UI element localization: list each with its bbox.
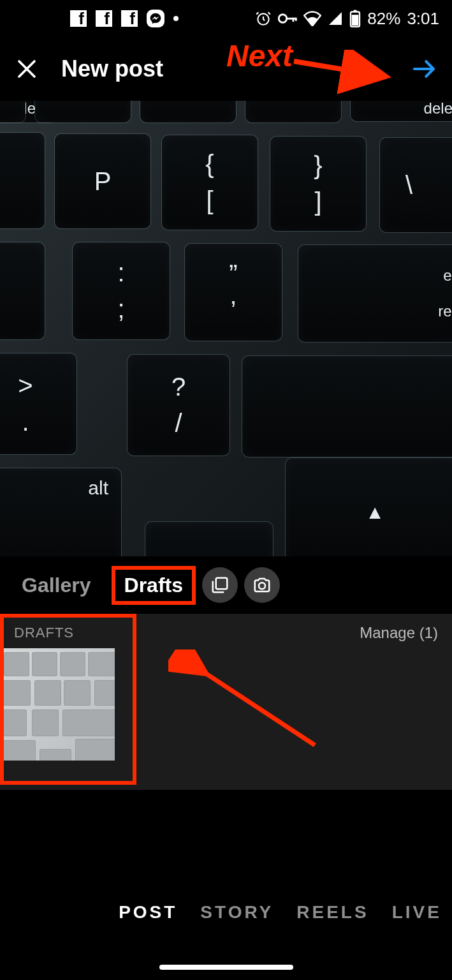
multi-select-button[interactable]: [202, 567, 238, 603]
multi-select-icon: [210, 575, 230, 595]
mode-post[interactable]: POST: [119, 902, 177, 923]
more-notifications-dot: [173, 16, 179, 21]
clock-time: 3:01: [407, 9, 439, 29]
camera-button[interactable]: [244, 567, 280, 603]
facebook-icon: [121, 10, 138, 27]
battery-icon: [349, 10, 361, 27]
alarm-icon: [255, 10, 272, 27]
post-type-selector[interactable]: POST STORY REELS LIVE: [0, 902, 452, 923]
svg-rect-9: [216, 578, 228, 590]
media-preview[interactable]: delete delete P {[ }] \ :; ”’ enterretur…: [0, 101, 452, 556]
home-indicator[interactable]: [159, 965, 293, 970]
manage-drafts-link[interactable]: Manage (1): [360, 624, 438, 642]
close-icon: [15, 57, 38, 80]
mode-story[interactable]: STORY: [200, 902, 273, 923]
page-title: New post: [61, 56, 163, 82]
tab-drafts[interactable]: Drafts: [112, 566, 196, 605]
messenger-icon: [147, 10, 164, 27]
status-right: 82% 3:01: [255, 9, 439, 29]
arrow-right-icon: [411, 56, 437, 82]
svg-rect-2: [286, 18, 296, 20]
draft-thumbnail[interactable]: [0, 648, 115, 761]
status-left-icons: [13, 10, 179, 27]
wifi-icon: [303, 11, 321, 26]
svg-line-11: [203, 672, 315, 745]
tab-gallery[interactable]: Gallery: [13, 570, 100, 601]
close-button[interactable]: [14, 56, 40, 82]
battery-percent: 82%: [367, 9, 400, 29]
mode-live[interactable]: LIVE: [392, 902, 442, 923]
vpn-key-icon: [278, 10, 297, 27]
next-button[interactable]: [410, 55, 438, 83]
annotation-next-label: Next: [226, 38, 293, 73]
svg-line-8: [294, 61, 386, 77]
svg-rect-4: [295, 18, 297, 21]
cellular-signal-icon: [328, 11, 343, 26]
svg-rect-7: [354, 10, 357, 13]
camera-icon: [252, 575, 272, 595]
svg-rect-6: [352, 15, 359, 26]
android-status-bar: 82% 3:01: [0, 0, 452, 37]
mode-reels[interactable]: REELS: [296, 902, 368, 923]
svg-point-1: [279, 15, 288, 23]
svg-point-10: [259, 583, 265, 589]
annotation-arrow-to-draft: [168, 650, 334, 758]
drafts-section-label: DRAFTS: [14, 625, 74, 641]
svg-rect-3: [293, 18, 295, 22]
facebook-icon: [70, 10, 87, 27]
source-tabs: Gallery Drafts: [0, 556, 452, 614]
facebook-icon: [96, 10, 112, 27]
annotation-arrow-to-next: [291, 50, 405, 94]
